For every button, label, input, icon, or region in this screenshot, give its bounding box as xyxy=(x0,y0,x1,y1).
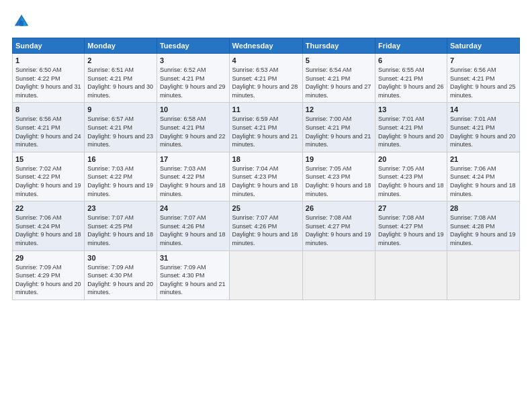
day-number: 11 xyxy=(232,105,300,113)
calendar-cell: 24 Sunrise: 7:07 AM Sunset: 4:26 PM Dayl… xyxy=(157,201,229,250)
day-number: 24 xyxy=(160,204,226,212)
calendar-cell: 27 Sunrise: 7:08 AM Sunset: 4:27 PM Dayl… xyxy=(375,201,447,250)
day-info: Sunrise: 6:57 AM Sunset: 4:21 PM Dayligh… xyxy=(87,115,154,148)
day-info: Sunrise: 7:01 AM Sunset: 4:21 PM Dayligh… xyxy=(450,115,517,148)
day-info: Sunrise: 7:04 AM Sunset: 4:23 PM Dayligh… xyxy=(232,165,300,198)
day-info: Sunrise: 7:07 AM Sunset: 4:25 PM Dayligh… xyxy=(87,214,154,247)
day-info: Sunrise: 7:06 AM Sunset: 4:24 PM Dayligh… xyxy=(15,214,81,247)
day-info: Sunrise: 7:09 AM Sunset: 4:30 PM Dayligh… xyxy=(160,263,226,297)
calendar-cell: 30 Sunrise: 7:09 AM Sunset: 4:30 PM Dayl… xyxy=(85,250,157,300)
calendar-cell: 14 Sunrise: 7:01 AM Sunset: 4:21 PM Dayl… xyxy=(447,103,519,152)
day-number: 22 xyxy=(15,204,81,212)
calendar-cell: 22 Sunrise: 7:06 AM Sunset: 4:24 PM Dayl… xyxy=(13,201,85,250)
day-number: 15 xyxy=(15,155,81,163)
svg-rect-2 xyxy=(19,21,24,26)
day-number: 8 xyxy=(15,105,81,113)
day-info: Sunrise: 7:09 AM Sunset: 4:29 PM Dayligh… xyxy=(15,263,81,297)
calendar-cell: 17 Sunrise: 7:03 AM Sunset: 4:22 PM Dayl… xyxy=(157,152,229,201)
calendar-cell: 26 Sunrise: 7:08 AM Sunset: 4:27 PM Dayl… xyxy=(302,201,375,250)
calendar-cell: 2 Sunrise: 6:51 AM Sunset: 4:21 PM Dayli… xyxy=(85,54,157,103)
calendar-cell: 13 Sunrise: 7:01 AM Sunset: 4:21 PM Dayl… xyxy=(375,103,447,152)
day-info: Sunrise: 7:07 AM Sunset: 4:26 PM Dayligh… xyxy=(160,214,226,247)
day-number: 21 xyxy=(450,155,517,163)
calendar-cell xyxy=(229,250,302,300)
calendar-cell: 29 Sunrise: 7:09 AM Sunset: 4:29 PM Dayl… xyxy=(13,250,85,300)
calendar-cell: 31 Sunrise: 7:09 AM Sunset: 4:30 PM Dayl… xyxy=(157,250,229,300)
day-number: 12 xyxy=(306,105,372,113)
weekday-header-thursday: Thursday xyxy=(302,38,375,54)
day-number: 7 xyxy=(450,56,517,64)
calendar-cell: 28 Sunrise: 7:08 AM Sunset: 4:28 PM Dayl… xyxy=(447,201,519,250)
day-info: Sunrise: 7:05 AM Sunset: 4:23 PM Dayligh… xyxy=(306,165,372,198)
day-number: 29 xyxy=(15,254,81,262)
calendar-cell: 23 Sunrise: 7:07 AM Sunset: 4:25 PM Dayl… xyxy=(85,201,157,250)
day-info: Sunrise: 6:50 AM Sunset: 4:22 PM Dayligh… xyxy=(15,66,81,99)
day-number: 31 xyxy=(160,254,226,262)
header xyxy=(12,12,520,31)
day-number: 2 xyxy=(87,56,154,64)
logo-icon xyxy=(12,12,31,31)
day-info: Sunrise: 7:05 AM Sunset: 4:23 PM Dayligh… xyxy=(378,165,444,198)
calendar-cell: 8 Sunrise: 6:56 AM Sunset: 4:21 PM Dayli… xyxy=(13,103,85,152)
day-info: Sunrise: 6:56 AM Sunset: 4:21 PM Dayligh… xyxy=(15,115,81,148)
day-number: 30 xyxy=(87,254,154,262)
day-number: 20 xyxy=(378,155,444,163)
calendar-week-3: 15 Sunrise: 7:02 AM Sunset: 4:22 PM Dayl… xyxy=(13,152,520,201)
calendar-cell: 4 Sunrise: 6:53 AM Sunset: 4:21 PM Dayli… xyxy=(229,54,302,103)
calendar-cell: 7 Sunrise: 6:56 AM Sunset: 4:21 PM Dayli… xyxy=(447,54,519,103)
day-number: 23 xyxy=(87,204,154,212)
weekday-header-friday: Friday xyxy=(375,38,447,54)
day-number: 5 xyxy=(306,56,372,64)
day-number: 3 xyxy=(160,56,226,64)
day-number: 6 xyxy=(378,56,444,64)
calendar-cell: 16 Sunrise: 7:03 AM Sunset: 4:22 PM Dayl… xyxy=(85,152,157,201)
day-number: 13 xyxy=(378,105,444,113)
weekday-header-sunday: Sunday xyxy=(13,38,85,54)
day-info: Sunrise: 7:09 AM Sunset: 4:30 PM Dayligh… xyxy=(87,263,154,297)
weekday-header-saturday: Saturday xyxy=(447,38,519,54)
day-info: Sunrise: 6:56 AM Sunset: 4:21 PM Dayligh… xyxy=(450,66,517,99)
day-info: Sunrise: 6:53 AM Sunset: 4:21 PM Dayligh… xyxy=(232,66,300,99)
weekday-header-wednesday: Wednesday xyxy=(229,38,302,54)
calendar-cell: 11 Sunrise: 6:59 AM Sunset: 4:21 PM Dayl… xyxy=(229,103,302,152)
calendar-cell: 9 Sunrise: 6:57 AM Sunset: 4:21 PM Dayli… xyxy=(85,103,157,152)
page: SundayMondayTuesdayWednesdayThursdayFrid… xyxy=(0,0,532,411)
day-number: 9 xyxy=(87,105,154,113)
calendar-cell xyxy=(375,250,447,300)
calendar-week-1: 1 Sunrise: 6:50 AM Sunset: 4:22 PM Dayli… xyxy=(13,54,520,103)
calendar-week-5: 29 Sunrise: 7:09 AM Sunset: 4:29 PM Dayl… xyxy=(13,250,520,300)
day-info: Sunrise: 6:59 AM Sunset: 4:21 PM Dayligh… xyxy=(232,115,300,148)
day-number: 26 xyxy=(306,204,372,212)
calendar-cell: 10 Sunrise: 6:58 AM Sunset: 4:21 PM Dayl… xyxy=(157,103,229,152)
calendar-cell: 21 Sunrise: 7:06 AM Sunset: 4:24 PM Dayl… xyxy=(447,152,519,201)
day-info: Sunrise: 7:06 AM Sunset: 4:24 PM Dayligh… xyxy=(450,165,517,198)
calendar-cell: 18 Sunrise: 7:04 AM Sunset: 4:23 PM Dayl… xyxy=(229,152,302,201)
day-number: 19 xyxy=(306,155,372,163)
calendar-table: SundayMondayTuesdayWednesdayThursdayFrid… xyxy=(12,38,520,300)
day-number: 25 xyxy=(232,204,300,212)
calendar-cell: 19 Sunrise: 7:05 AM Sunset: 4:23 PM Dayl… xyxy=(302,152,375,201)
day-info: Sunrise: 7:02 AM Sunset: 4:22 PM Dayligh… xyxy=(15,165,81,198)
day-number: 28 xyxy=(450,204,517,212)
day-number: 16 xyxy=(87,155,154,163)
day-info: Sunrise: 6:51 AM Sunset: 4:21 PM Dayligh… xyxy=(87,66,154,99)
calendar-cell: 1 Sunrise: 6:50 AM Sunset: 4:22 PM Dayli… xyxy=(13,54,85,103)
day-number: 27 xyxy=(378,204,444,212)
calendar-cell: 20 Sunrise: 7:05 AM Sunset: 4:23 PM Dayl… xyxy=(375,152,447,201)
day-number: 17 xyxy=(160,155,226,163)
day-info: Sunrise: 7:01 AM Sunset: 4:21 PM Dayligh… xyxy=(378,115,444,148)
day-info: Sunrise: 7:00 AM Sunset: 4:21 PM Dayligh… xyxy=(306,115,372,148)
weekday-header-monday: Monday xyxy=(85,38,157,54)
calendar-cell xyxy=(302,250,375,300)
calendar-cell: 5 Sunrise: 6:54 AM Sunset: 4:21 PM Dayli… xyxy=(302,54,375,103)
day-number: 18 xyxy=(232,155,300,163)
day-info: Sunrise: 7:07 AM Sunset: 4:26 PM Dayligh… xyxy=(232,214,300,247)
day-info: Sunrise: 7:08 AM Sunset: 4:28 PM Dayligh… xyxy=(450,214,517,247)
day-info: Sunrise: 6:52 AM Sunset: 4:21 PM Dayligh… xyxy=(160,66,226,99)
calendar-cell: 6 Sunrise: 6:55 AM Sunset: 4:21 PM Dayli… xyxy=(375,54,447,103)
day-info: Sunrise: 7:08 AM Sunset: 4:27 PM Dayligh… xyxy=(306,214,372,247)
calendar-cell xyxy=(447,250,519,300)
day-number: 1 xyxy=(15,56,81,64)
day-number: 10 xyxy=(160,105,226,113)
day-info: Sunrise: 7:08 AM Sunset: 4:27 PM Dayligh… xyxy=(378,214,444,247)
